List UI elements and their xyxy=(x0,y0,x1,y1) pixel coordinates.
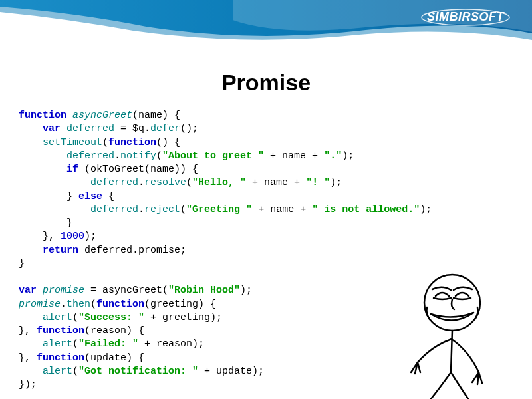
slide-header: SIMBIRSOFT xyxy=(0,0,532,40)
brand-logo: SIMBIRSOFT xyxy=(419,8,512,31)
slide-title: Promise xyxy=(0,70,532,96)
svg-line-3 xyxy=(451,331,452,372)
svg-text:SIMBIRSOFT: SIMBIRSOFT xyxy=(427,10,505,23)
meme-face xyxy=(379,266,505,399)
